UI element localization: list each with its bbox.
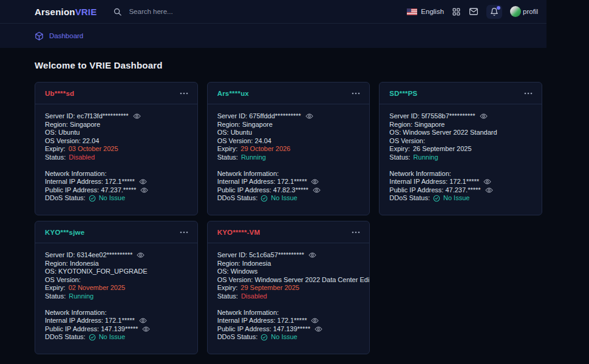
internal-ip-row: Internal IP Address: 172.1***** xyxy=(45,178,188,186)
notifications-bell-icon[interactable] xyxy=(486,5,502,19)
region-row: Region: Singapore xyxy=(389,121,532,129)
eye-icon[interactable] xyxy=(142,325,150,333)
eye-icon[interactable] xyxy=(139,317,147,325)
os-version-row: OS Version: Windows Server 2022 Data Cen… xyxy=(217,276,360,285)
internal-ip-row: Internal IP Address: 172.1***** xyxy=(217,178,360,186)
expiry-value: 26 September 2025 xyxy=(413,145,472,153)
server-id-text: Server ID: 5f7558b7********** xyxy=(389,112,475,121)
os-row: OS: Windows Server 2022 Standard xyxy=(389,129,532,137)
navbar-left: ArsenionVRIE xyxy=(35,7,219,17)
expiry-label: Expiry: xyxy=(217,145,238,153)
ddos-value: No Issue xyxy=(271,194,297,203)
public-ip-text: Public IP Address: 147.139***** xyxy=(217,325,310,334)
eye-icon[interactable] xyxy=(133,112,141,120)
eye-icon[interactable] xyxy=(480,112,488,120)
expiry-value: 03 October 2025 xyxy=(69,145,118,153)
apps-grid-icon[interactable] xyxy=(452,7,461,16)
eye-icon[interactable] xyxy=(313,186,321,194)
section-gap xyxy=(389,162,532,170)
server-card-header: Ub****sd xyxy=(35,83,197,104)
eye-icon[interactable] xyxy=(315,325,322,333)
eye-icon[interactable] xyxy=(305,112,313,120)
card-menu-button[interactable] xyxy=(522,90,534,96)
os-version-row: OS Version: 22.04 xyxy=(45,137,188,146)
eye-icon[interactable] xyxy=(311,178,319,186)
internal-ip-row: Internal IP Address: 172.1***** xyxy=(389,178,532,186)
logo-text-primary: Arsenion xyxy=(35,7,75,17)
server-card: KYO***sjwe Server ID: 6314ee02**********… xyxy=(35,221,198,354)
expiry-label: Expiry: xyxy=(217,284,238,292)
ddos-label: DDoS Status: xyxy=(217,194,258,203)
ddos-value: No Issue xyxy=(99,194,125,203)
expiry-label: Expiry: xyxy=(389,145,410,153)
search-input[interactable] xyxy=(128,7,219,16)
server-id-row: Server ID: 6314ee02********** xyxy=(45,251,188,260)
ddos-value: No Issue xyxy=(99,333,125,342)
search-icon[interactable] xyxy=(113,7,122,16)
card-menu-button[interactable] xyxy=(350,90,362,96)
dashboard-box-icon xyxy=(35,32,44,41)
navbar: ArsenionVRIE xyxy=(0,0,546,23)
eye-icon[interactable] xyxy=(311,317,319,325)
internal-ip-row: Internal IP Address: 172.1***** xyxy=(45,317,188,325)
server-name: KYO***sjwe xyxy=(45,229,84,236)
expiry-label: Expiry: xyxy=(45,145,66,153)
region-row: Region: Singapore xyxy=(45,121,188,129)
app-logo[interactable]: ArsenionVRIE xyxy=(35,7,97,17)
card-menu-button[interactable] xyxy=(178,229,190,235)
search-box xyxy=(113,7,219,16)
ddos-label: DDoS Status: xyxy=(45,194,86,203)
card-menu-button[interactable] xyxy=(350,229,362,235)
server-id-row: Server ID: 5f7558b7********** xyxy=(389,112,532,121)
status-row: Status: Running xyxy=(45,292,188,301)
eye-icon[interactable] xyxy=(137,251,145,259)
public-ip-row: Public IP Address: 47.82.3***** xyxy=(217,186,360,195)
card-menu-button[interactable] xyxy=(178,90,190,96)
server-id-text: Server ID: 5c1c6a57********** xyxy=(217,251,304,260)
server-card-header: Ars****ux xyxy=(208,83,370,104)
status-label: Status: xyxy=(389,153,410,162)
breadcrumb-dashboard-link[interactable]: Dashboard xyxy=(49,32,83,39)
eye-icon[interactable] xyxy=(308,251,316,259)
status-value: Disabled xyxy=(69,153,95,162)
server-id-row: Server ID: 5c1c6a57********** xyxy=(217,251,360,260)
server-card-body: Server ID: 5f7558b7********** Region: Si… xyxy=(380,104,542,203)
public-ip-row: Public IP Address: 47.237.***** xyxy=(45,186,188,195)
server-name: Ub****sd xyxy=(45,90,74,97)
os-row: OS: Windows xyxy=(217,268,360,276)
server-id-text: Server ID: 6314ee02********** xyxy=(45,251,132,260)
public-ip-text: Public IP Address: 147.139***** xyxy=(45,325,138,334)
server-card-header: SD***PS xyxy=(380,83,542,104)
ddos-row: DDoS Status: No Issue xyxy=(217,333,360,342)
ddos-value: No Issue xyxy=(271,333,297,342)
language-selector[interactable]: English xyxy=(407,8,444,15)
mail-icon[interactable] xyxy=(469,7,478,16)
internal-ip-row: Internal IP Address: 172.1***** xyxy=(217,317,360,325)
status-label: Status: xyxy=(45,292,66,301)
ddos-label: DDoS Status: xyxy=(389,194,430,203)
expiry-row: Expiry: 03 October 2025 xyxy=(45,145,188,153)
expiry-value: 29 September 2025 xyxy=(240,284,299,292)
status-value: Running xyxy=(241,153,266,162)
server-name: SD***PS xyxy=(389,90,417,97)
expiry-row: Expiry: 26 September 2025 xyxy=(389,145,532,153)
eye-icon[interactable] xyxy=(140,186,148,194)
public-ip-row: Public IP Address: 147.139***** xyxy=(217,325,360,334)
notification-badge xyxy=(497,6,500,10)
user-profile[interactable]: profil xyxy=(510,6,538,17)
status-row: Status: Running xyxy=(389,153,532,162)
eye-icon[interactable] xyxy=(483,178,491,186)
section-gap xyxy=(45,301,188,309)
expiry-row: Expiry: 02 November 2025 xyxy=(45,284,188,292)
ellipsis-icon xyxy=(179,92,189,95)
server-card: Ub****sd Server ID: ec7f13fd********** R… xyxy=(35,82,198,215)
os-version-row: OS Version: xyxy=(45,276,188,285)
language-label: English xyxy=(421,8,444,15)
server-id-text: Server ID: 675ffddd********** xyxy=(217,112,301,121)
public-ip-text: Public IP Address: 47.237.***** xyxy=(45,186,136,195)
eye-icon[interactable] xyxy=(139,178,147,186)
os-version-row: OS Version: 24.04 xyxy=(217,137,360,146)
os-row: OS: KYOTONIX_FOR_UPGRADE xyxy=(45,268,188,276)
eye-icon[interactable] xyxy=(485,186,493,194)
ellipsis-icon xyxy=(351,92,361,95)
